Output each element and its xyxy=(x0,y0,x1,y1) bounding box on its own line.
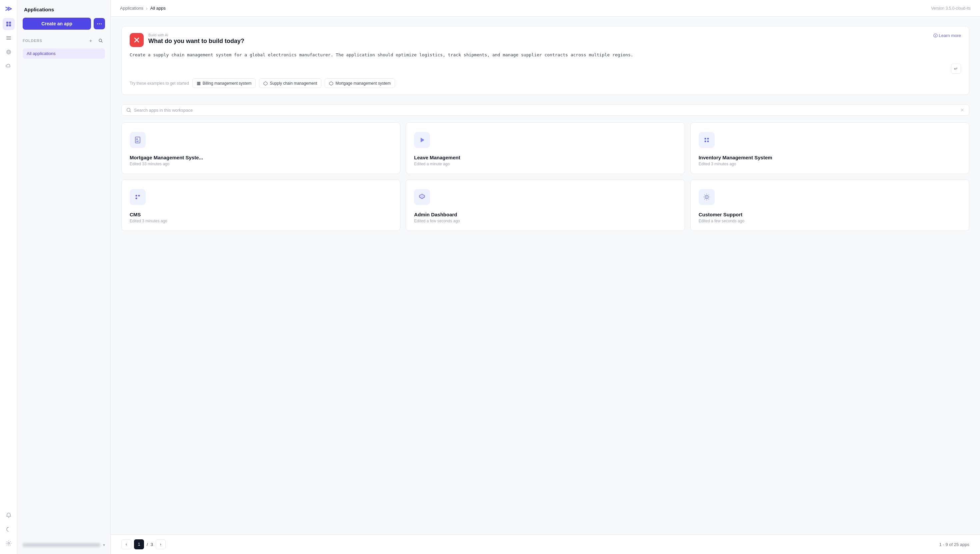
nav-icon-cloud[interactable] xyxy=(3,60,15,72)
ai-build-input[interactable] xyxy=(130,52,961,72)
app-card-1[interactable]: Leave Management Edited a minute ago xyxy=(406,123,685,174)
app-card-time-1: Edited a minute ago xyxy=(414,162,676,166)
app-card-5[interactable]: Customer Support Edited a few seconds ag… xyxy=(690,179,969,231)
cms-app-icon xyxy=(134,193,142,201)
svg-point-25 xyxy=(138,195,140,197)
user-info-blurred xyxy=(23,543,100,547)
admin-app-icon xyxy=(418,193,426,201)
nav-icon-grid[interactable] xyxy=(3,18,15,30)
ai-build-box: Build with AI What do you want to build … xyxy=(121,26,969,95)
app-card-icon-wrap-0 xyxy=(130,132,146,148)
breadcrumb: Applications › All apps xyxy=(120,6,165,11)
search-row: ✕ xyxy=(121,104,969,116)
search-folder-button[interactable] xyxy=(96,36,105,45)
mortgage-app-icon xyxy=(134,136,142,144)
billing-chip-icon: ▦ xyxy=(197,81,200,86)
pagination-prev-button[interactable]: ‹ xyxy=(121,539,131,549)
svg-line-36 xyxy=(704,199,705,199)
ai-icon xyxy=(130,33,144,47)
breadcrumb-current: All apps xyxy=(150,6,165,11)
ai-textarea-row: ↵ xyxy=(130,52,961,74)
svg-point-9 xyxy=(8,543,10,544)
app-card-name-5: Customer Support xyxy=(698,212,961,217)
create-app-row: Create an app ⋯ xyxy=(23,18,105,30)
svg-point-20 xyxy=(704,138,706,140)
app-card-name-0: Mortgage Management Syste... xyxy=(130,154,392,160)
search-clear-button[interactable]: ✕ xyxy=(960,107,964,113)
ai-build-title-col: Build with AI What do you want to build … xyxy=(148,33,929,45)
pagination-controls: ‹ 1 / 3 › xyxy=(121,539,165,549)
svg-point-10 xyxy=(99,39,102,42)
app-card-3[interactable]: CMS Edited 3 minutes ago xyxy=(121,179,400,231)
app-card-2[interactable]: Inventory Management System Edited 3 min… xyxy=(690,123,969,174)
svg-line-34 xyxy=(708,199,709,199)
topbar: Applications › All apps Version 3.5.0-cl… xyxy=(111,0,980,17)
mortgage-chip-icon xyxy=(329,81,333,86)
svg-rect-0 xyxy=(6,22,8,24)
sidebar-title: Applications xyxy=(23,7,105,12)
svg-rect-5 xyxy=(6,38,11,38)
nav-icon-layers[interactable] xyxy=(3,46,15,58)
app-card-0[interactable]: Mortgage Management Syste... Edited 33 m… xyxy=(121,123,400,174)
examples-row: Try these examples to get started ▦ Bill… xyxy=(130,78,961,88)
pagination-total: 3 xyxy=(151,542,153,547)
app-logo: ≫ xyxy=(5,5,12,13)
sidebar-chevron-icon[interactable]: ▾ xyxy=(103,543,105,547)
ai-send-button[interactable]: ↵ xyxy=(951,64,961,74)
svg-point-21 xyxy=(707,138,709,140)
app-card-time-3: Edited 3 minutes ago xyxy=(130,219,392,223)
support-app-icon xyxy=(703,193,711,201)
folders-label: FOLDERS xyxy=(23,39,42,43)
examples-label: Try these examples to get started xyxy=(130,81,189,86)
example-chip-billing[interactable]: ▦ Billing management system xyxy=(192,78,256,88)
leave-app-icon xyxy=(418,136,426,144)
breadcrumb-separator: › xyxy=(146,6,148,11)
svg-point-26 xyxy=(136,197,137,199)
settings-gear-icon[interactable] xyxy=(3,537,15,549)
supply-chip-icon xyxy=(263,81,268,86)
svg-marker-19 xyxy=(421,138,424,142)
version-badge: Version 3.5.0-cloud-lts xyxy=(931,6,970,11)
app-card-time-4: Edited a few seconds ago xyxy=(414,219,676,223)
ai-build-title: What do you want to build today? xyxy=(148,38,929,45)
learn-more-link[interactable]: Learn more xyxy=(933,33,961,38)
bell-icon[interactable] xyxy=(3,509,15,521)
pagination-next-button[interactable]: › xyxy=(156,539,165,549)
nav-icon-table[interactable] xyxy=(3,32,15,44)
svg-point-8 xyxy=(8,51,10,53)
pagination-page-1[interactable]: 1 xyxy=(134,539,144,549)
svg-rect-15 xyxy=(135,137,140,143)
example-chip-mortgage[interactable]: Mortgage management system xyxy=(325,78,395,88)
ai-build-subtitle: Build with AI xyxy=(148,33,929,37)
create-app-button[interactable]: Create an app xyxy=(23,18,91,30)
pagination-separator: / xyxy=(147,542,148,547)
svg-point-22 xyxy=(704,141,706,142)
svg-point-7 xyxy=(7,50,11,54)
example-chip-supply[interactable]: Supply chain management xyxy=(259,78,321,88)
app-card-name-4: Admin Dashboard xyxy=(414,212,676,217)
add-folder-button[interactable]: + xyxy=(86,36,95,45)
app-card-name-3: CMS xyxy=(130,212,392,217)
sidebar-bottom-icons xyxy=(3,509,15,549)
create-app-dots-button[interactable]: ⋯ xyxy=(94,18,105,29)
svg-rect-2 xyxy=(6,24,8,26)
inventory-app-icon xyxy=(703,136,711,144)
svg-point-23 xyxy=(707,141,709,142)
search-magnifier-icon xyxy=(126,108,131,113)
app-card-4[interactable]: Admin Dashboard Edited a few seconds ago xyxy=(406,179,685,231)
moon-icon[interactable] xyxy=(3,523,15,535)
app-card-time-5: Edited a few seconds ago xyxy=(698,219,961,223)
folders-header: FOLDERS + xyxy=(23,36,105,45)
app-card-icon-wrap-4 xyxy=(414,189,430,205)
app-card-icon-wrap-5 xyxy=(698,189,715,205)
folder-all-applications[interactable]: All applications xyxy=(23,48,105,59)
app-card-icon-wrap-2 xyxy=(698,132,715,148)
ai-build-header: Build with AI What do you want to build … xyxy=(130,33,961,47)
breadcrumb-parent[interactable]: Applications xyxy=(120,6,143,11)
app-card-icon-wrap-3 xyxy=(130,189,146,205)
app-card-time-0: Edited 33 minutes ago xyxy=(130,162,392,166)
folders-actions: + xyxy=(86,36,105,45)
app-card-icon-wrap-1 xyxy=(414,132,430,148)
search-input[interactable] xyxy=(134,108,958,113)
pagination-summary: 1 - 9 of 25 apps xyxy=(939,542,969,547)
